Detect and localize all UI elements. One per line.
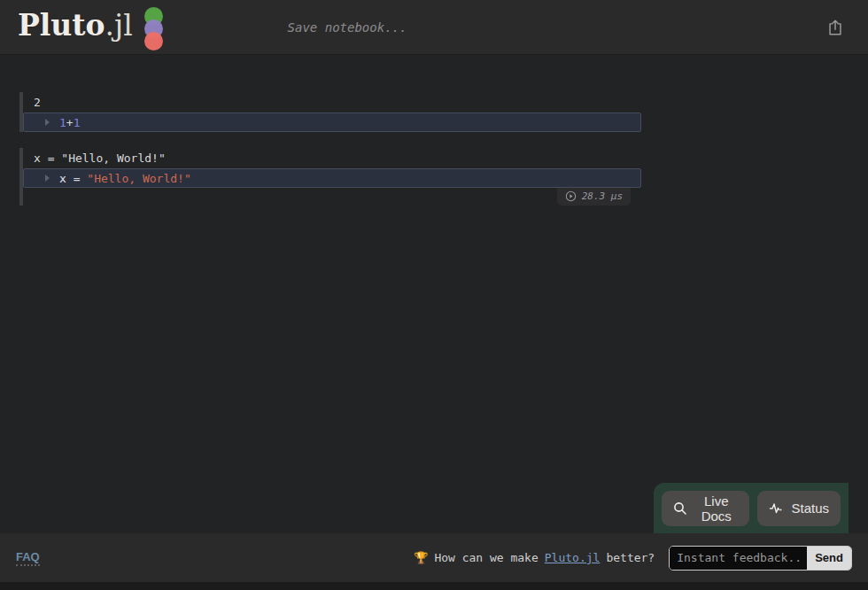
cell-output: 2 <box>23 92 641 113</box>
save-notebook-input[interactable] <box>250 20 445 35</box>
code-token: = <box>66 172 87 185</box>
cell-runtime: 28.3 µs <box>557 188 631 206</box>
pluto-jl-link[interactable]: Pluto.jl <box>545 551 601 564</box>
fold-marker-icon <box>45 119 50 126</box>
feedback-area: 🏆 How can we make Pluto.jl better? Send <box>414 546 852 571</box>
code-token: 1 <box>74 116 81 129</box>
fold-marker-icon <box>45 175 50 182</box>
send-button[interactable]: Send <box>807 547 851 570</box>
runtime-value: 28.3 µs <box>582 190 623 202</box>
export-button[interactable] <box>822 14 849 41</box>
code-editor[interactable]: x = "Hello, World!" <box>23 168 641 188</box>
logo-circle-red <box>144 32 163 50</box>
pluto-logo-text: Pluto.jl <box>18 4 133 48</box>
logo-word-pluto: Pluto <box>18 8 105 43</box>
status-button[interactable]: Status <box>757 491 841 526</box>
cell: 2 1+1 <box>19 92 641 132</box>
bottom-strip <box>0 582 868 590</box>
logo-word-jl: .jl <box>105 8 133 43</box>
code-editor[interactable]: 1+1 <box>23 113 641 132</box>
notebook: 2 1+1 x = "Hello, World!" x = "Hello, Wo… <box>19 55 641 206</box>
code-token: "Hello, World!" <box>87 172 190 185</box>
header: Pluto.jl <box>0 0 868 55</box>
code-token: 1 <box>59 116 66 129</box>
pluto-logo-circles-icon <box>143 7 166 51</box>
helpbox: Live Docs Status <box>654 483 849 533</box>
runtime-row: 28.3 µs <box>23 188 641 206</box>
feedback-text-after: better? <box>606 551 655 564</box>
search-icon <box>673 501 687 516</box>
pulse-icon <box>769 501 784 516</box>
feedback-text-before: How can we make <box>434 551 538 564</box>
code-token: x <box>59 172 66 185</box>
live-docs-label: Live Docs <box>694 493 738 524</box>
feedback-form: Send <box>669 546 852 571</box>
footer: FAQ 🏆 How can we make Pluto.jl better? S… <box>0 533 868 582</box>
play-circle-icon[interactable] <box>565 190 577 202</box>
cell: x = "Hello, World!" x = "Hello, World!" … <box>19 148 641 206</box>
live-docs-button[interactable]: Live Docs <box>662 491 749 526</box>
code-token: + <box>66 116 74 129</box>
pluto-logo: Pluto.jl <box>18 4 166 51</box>
cell-output: x = "Hello, World!" <box>23 148 641 168</box>
faq-link[interactable]: FAQ <box>16 550 40 566</box>
feedback-prompt: 🏆 How can we make Pluto.jl better? <box>414 551 655 564</box>
share-export-icon <box>825 18 845 37</box>
feedback-input[interactable] <box>670 547 807 570</box>
status-label: Status <box>791 501 829 516</box>
trophy-icon: 🏆 <box>414 551 428 564</box>
